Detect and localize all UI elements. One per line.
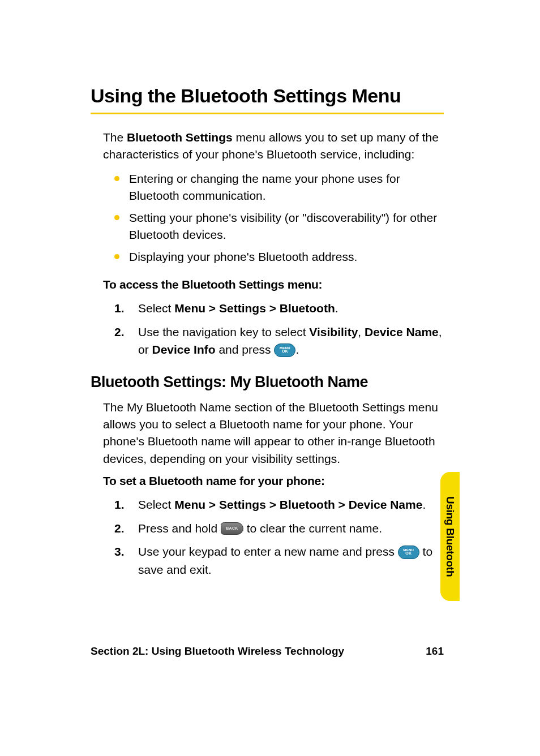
list-item: Use the navigation key to select Visibil… xyxy=(114,323,444,359)
list-item: Select Menu > Settings > Bluetooth > Dev… xyxy=(114,496,444,514)
back-key-icon: BACK xyxy=(221,522,243,535)
intro-paragraph: The Bluetooth Settings menu allows you t… xyxy=(91,129,444,164)
menu-ok-key-icon: MENUOK xyxy=(398,545,419,559)
page-title: Using the Bluetooth Settings Menu xyxy=(91,85,444,107)
page-footer: Section 2L: Using Bluetooth Wireless Tec… xyxy=(91,645,444,658)
name-paragraph: The My Bluetooth Name section of the Blu… xyxy=(91,399,444,468)
side-tab-label: Using Bluetooth xyxy=(444,496,456,577)
access-subheading: To access the Bluetooth Settings menu: xyxy=(103,278,444,291)
list-item: Use your keypad to enter a new name and … xyxy=(114,543,444,578)
list-item: Displaying your phone's Bluetooth addres… xyxy=(114,248,444,265)
section-side-tab: Using Bluetooth xyxy=(440,472,460,601)
list-item: Select Menu > Settings > Bluetooth. xyxy=(114,299,444,317)
set-name-subheading: To set a Bluetooth name for your phone: xyxy=(103,474,444,488)
list-item: Press and hold BACK to clear the current… xyxy=(114,519,444,538)
title-rule xyxy=(91,113,444,114)
footer-section-label: Section 2L: Using Bluetooth Wireless Tec… xyxy=(91,645,344,658)
list-item: Setting your phone's visibility (or "dis… xyxy=(114,209,444,244)
feature-bullet-list: Entering or changing the name your phone… xyxy=(91,170,444,265)
access-steps-list: Select Menu > Settings > Bluetooth. Use … xyxy=(91,299,444,359)
page-number: 161 xyxy=(426,645,444,658)
menu-ok-key-icon: MENUOK xyxy=(274,343,295,357)
set-name-steps-list: Select Menu > Settings > Bluetooth > Dev… xyxy=(91,496,444,578)
section-heading: Bluetooth Settings: My Bluetooth Name xyxy=(91,373,444,391)
list-item: Entering or changing the name your phone… xyxy=(114,170,444,205)
